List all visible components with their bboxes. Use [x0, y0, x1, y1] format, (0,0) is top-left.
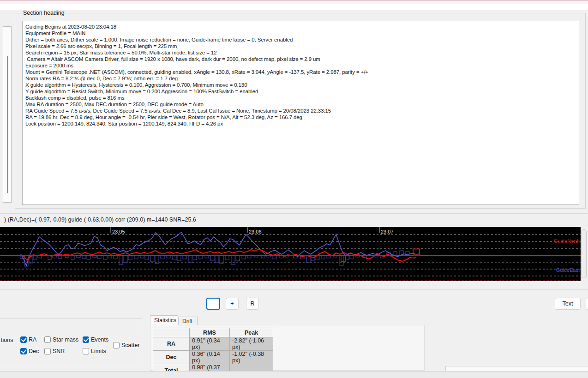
ra-rms-value: 0.91" (0.34 px) [190, 337, 230, 351]
svg-text:GuideEast: GuideEast [556, 267, 580, 273]
statistics-table: RMS Peak RA 0.91" (0.34 px) -2.82" (-1.0… [153, 328, 273, 378]
log-line: Backlash comp = disabled, pulse = 816 ms [25, 95, 577, 101]
scatter-checkbox[interactable] [113, 342, 120, 348]
section-heading-label: Section heading [21, 10, 66, 16]
status-divider-bottom [0, 226, 588, 226]
row-label: Dec [153, 351, 190, 364]
header-peak: Peak [230, 328, 273, 337]
svg-text:23:06: 23:06 [249, 229, 262, 234]
snr-checkbox-label[interactable]: SNR [53, 348, 65, 354]
dec-checkbox[interactable] [20, 348, 27, 354]
top-strip-white [0, 4, 588, 10]
options-partial-label: tions [1, 337, 13, 343]
log-line: Guiding Begins at 2023-08-20 23:04:18 [25, 24, 577, 30]
reset-button[interactable]: R [246, 298, 259, 310]
left-scrollbar-thumb[interactable] [7, 56, 8, 193]
star-mass-checkbox-label[interactable]: Star mass [53, 336, 78, 343]
status-divider-top [0, 213, 588, 214]
log-line: RA = 19.86 hr, Dec = 8.9 deg, Hour angle… [25, 114, 577, 120]
log-line: Norm rates RA = 8.2"/s @ dec 0, Dec = 7.… [25, 75, 577, 82]
log-lines: Guiding Begins at 2023-08-20 23:04:18Equ… [23, 21, 579, 127]
ra-checkbox[interactable] [20, 336, 27, 343]
log-line: X guide algorithm = Hysteresis, Hysteres… [25, 82, 577, 88]
mid-divider [0, 289, 588, 290]
text-button[interactable]: Text [555, 298, 581, 310]
log-line: Max RA duration = 2500, Max DEC duration… [25, 101, 577, 108]
ra-checkbox-label[interactable]: RA [29, 336, 36, 343]
dec-checkbox-label[interactable]: Dec [29, 348, 39, 354]
table-header-row: RMS Peak [153, 328, 273, 337]
log-text-panel[interactable]: Guiding Begins at 2023-08-20 23:04:18Equ… [22, 21, 579, 205]
log-line: Dither = both axes, Dither scale = 1.000… [25, 36, 577, 43]
table-row: RA 0.91" (0.34 px) -2.82" (-1.06 px) [153, 337, 273, 351]
events-checkbox-label[interactable]: Events [91, 336, 108, 343]
tab-drift[interactable]: Drift [178, 317, 198, 325]
clipped-right-button[interactable] [586, 298, 588, 310]
svg-text:23:05: 23:05 [112, 229, 125, 234]
scatter-checkbox-label[interactable]: Scatter [121, 342, 140, 348]
row-label: RA [153, 337, 190, 351]
right-panel-fragment [445, 366, 588, 371]
graph-right-scrollbar[interactable] [582, 229, 587, 278]
log-line: Y guide algorithm = Resist Switch, Minim… [25, 88, 577, 95]
zoom-in-button[interactable]: + [226, 298, 239, 310]
table-row: Dec 0.36" (0.14 px) -1.02" (-0.38 px) [153, 351, 273, 364]
header-blank [153, 328, 190, 337]
ra-peak-value: -2.82" (-1.06 px) [230, 337, 273, 351]
phd2-log-viewer-window: Section heading Guiding Begins at 2023-0… [0, 0, 588, 378]
log-line: RA Guide Speed = 7.5 a-s/s, Dec Guide Sp… [25, 108, 577, 114]
limits-checkbox[interactable] [83, 348, 89, 354]
log-line: Camera = Altair ASCOM Camera Driver, ful… [25, 56, 577, 62]
log-line: Search region = 15 px, Star mass toleran… [25, 49, 577, 56]
svg-text:GuideNorth: GuideNorth [554, 238, 580, 244]
bottom-scrollbar-strip[interactable] [0, 371, 588, 378]
tab-statistics[interactable]: Statistics [150, 315, 178, 325]
log-line: Lock position = 1200.149, 824.340, Star … [25, 120, 577, 127]
log-line: Exposure = 2000 ms [25, 62, 577, 69]
dec-peak-value: -1.02" (-0.38 px) [230, 351, 273, 364]
log-line: Pixel scale = 2.66 arc-sec/px, Binning =… [25, 43, 577, 49]
guide-graph[interactable]: 23:0523:0623:07GuideNorthGuideEast [0, 227, 581, 281]
log-line: Mount = Gemini Telescope .NET (ASCOM), c… [25, 69, 577, 75]
dec-rms-value: 0.36" (0.14 px) [190, 351, 230, 364]
status-bar-text: ) (RA,Dec)=(-0.97,-0.09) guide (-0.63,0.… [4, 216, 196, 223]
zoom-out-button[interactable]: - [206, 298, 220, 310]
log-line: Equipment Profile = MAIN [25, 30, 577, 36]
star-mass-checkbox[interactable] [44, 336, 51, 343]
svg-text:23:07: 23:07 [381, 229, 394, 234]
top-strip [0, 0, 588, 4]
display-options-groupbox [0, 318, 142, 368]
header-rms: RMS [190, 328, 230, 337]
snr-checkbox[interactable] [44, 348, 51, 354]
events-checkbox[interactable] [83, 336, 89, 343]
limits-checkbox-label[interactable]: Limits [91, 348, 106, 354]
